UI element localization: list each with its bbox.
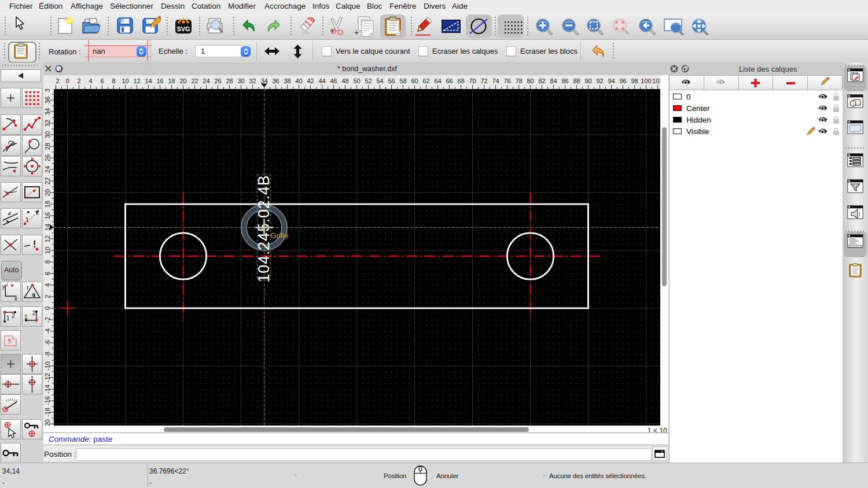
svg-text:94: 94	[608, 77, 615, 84]
svg-text:2: 2	[12, 313, 15, 319]
svg-text:26: 26	[214, 77, 221, 84]
svg-text:72: 72	[480, 77, 487, 84]
svg-text:0: 0	[65, 77, 69, 84]
svg-text:82: 82	[538, 77, 545, 84]
svg-text:38: 38	[44, 89, 51, 92]
svg-text:28: 28	[226, 77, 233, 84]
svg-text:102: 102	[652, 77, 660, 84]
svg-text:66: 66	[446, 77, 453, 84]
svg-text:52: 52	[365, 77, 372, 84]
svg-text:100: 100	[641, 77, 651, 84]
svg-text:90: 90	[584, 77, 591, 84]
svg-text:2: 2	[32, 310, 36, 316]
svg-text:70: 70	[469, 77, 476, 84]
svg-text:44: 44	[318, 77, 325, 84]
svg-text:50: 50	[353, 77, 360, 84]
svg-text:22: 22	[191, 77, 198, 84]
svg-text:62: 62	[422, 77, 429, 84]
svg-text:1: 1	[25, 216, 29, 223]
svg-text:92: 92	[596, 77, 603, 84]
svg-text:12: 12	[133, 77, 140, 84]
svg-text:8: 8	[112, 77, 115, 84]
svg-text:34: 34	[260, 77, 267, 84]
svg-text:2: 2	[56, 77, 59, 84]
svg-text:36: 36	[272, 77, 279, 84]
svg-text:SVG: SVG	[176, 25, 190, 32]
svg-text:r: r	[27, 284, 29, 291]
svg-text:a: a	[32, 291, 36, 298]
svg-text:16: 16	[156, 77, 163, 84]
svg-text:74: 74	[492, 77, 499, 84]
svg-text:98: 98	[631, 77, 638, 84]
svg-text:10: 10	[122, 77, 128, 84]
svg-text:+: +	[330, 27, 335, 35]
svg-text:2: 2	[36, 209, 39, 216]
svg-text:30: 30	[237, 77, 244, 84]
svg-text:64: 64	[434, 77, 441, 84]
svg-text:78: 78	[515, 77, 522, 84]
svg-text:48: 48	[341, 77, 348, 84]
svg-text:60: 60	[411, 77, 418, 84]
svg-text:20: 20	[179, 77, 186, 84]
svg-text:76: 76	[503, 77, 510, 84]
svg-text:56: 56	[388, 77, 395, 84]
svg-text:84: 84	[550, 77, 557, 84]
svg-text:46: 46	[330, 77, 337, 84]
svg-text:54: 54	[376, 77, 383, 84]
svg-text:Grille: Grille	[270, 231, 289, 240]
svg-text:32: 32	[249, 77, 256, 84]
svg-text:38: 38	[284, 77, 290, 84]
svg-text:4: 4	[89, 77, 92, 84]
svg-text:14: 14	[145, 77, 152, 84]
svg-text:86: 86	[561, 77, 568, 84]
svg-text:96: 96	[619, 77, 626, 84]
svg-text:24: 24	[203, 77, 209, 84]
svg-text:1: 1	[6, 315, 10, 321]
svg-text:40: 40	[295, 77, 302, 84]
svg-text:6: 6	[100, 77, 104, 84]
svg-text:68: 68	[457, 77, 464, 84]
svg-text:y: y	[2, 283, 5, 290]
svg-text:2: 2	[77, 77, 80, 84]
svg-text:80: 80	[527, 77, 534, 84]
svg-text:-20: -20	[44, 419, 51, 426]
svg-text:1: 1	[24, 314, 28, 320]
svg-text:+: +	[354, 28, 359, 37]
svg-text:18: 18	[168, 77, 175, 84]
svg-text:!: !	[33, 239, 36, 249]
svg-text:88: 88	[573, 77, 580, 84]
svg-text:x: x	[14, 295, 18, 302]
svg-text:42: 42	[307, 77, 314, 84]
svg-text:58: 58	[399, 77, 406, 84]
